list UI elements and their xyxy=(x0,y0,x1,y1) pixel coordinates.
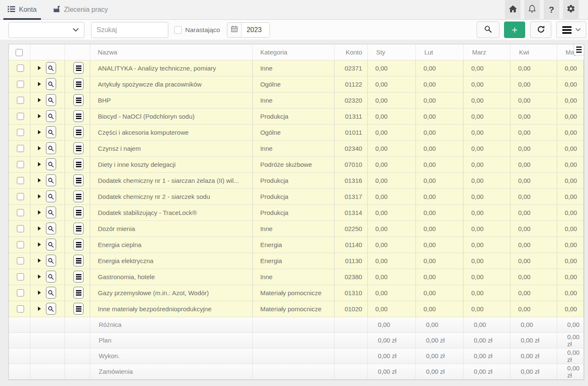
row-checkbox[interactable] xyxy=(17,81,24,88)
month-value-cell[interactable]: 0,00 xyxy=(510,220,557,236)
account-name-cell[interactable]: Energia elektryczna xyxy=(90,253,252,269)
column-header-marz[interactable]: Marz xyxy=(464,44,510,60)
month-value-cell[interactable]: 0,00 xyxy=(557,60,583,76)
row-menu-button[interactable] xyxy=(73,110,84,122)
month-value-cell[interactable]: 0,00 xyxy=(367,124,415,140)
column-header-lut[interactable]: Lut xyxy=(415,44,463,60)
month-value-cell[interactable]: 0,00 xyxy=(510,253,557,269)
month-value-cell[interactable]: 0,00 xyxy=(464,172,510,188)
expand-caret-icon[interactable] xyxy=(38,210,41,215)
row-menu-button[interactable] xyxy=(73,142,84,154)
filter-select[interactable] xyxy=(8,22,84,38)
row-zoom-button[interactable] xyxy=(46,158,56,170)
month-value-cell[interactable]: 0,00 xyxy=(367,140,415,156)
column-header-konto[interactable]: Konto xyxy=(334,44,367,60)
expand-caret-icon[interactable] xyxy=(38,242,41,247)
row-menu-button[interactable] xyxy=(73,78,84,90)
month-value-cell[interactable]: 0,00 xyxy=(415,220,463,236)
expand-caret-icon[interactable] xyxy=(38,146,41,150)
month-value-cell[interactable]: 0,00 xyxy=(510,269,557,285)
month-value-cell[interactable]: 0,00 xyxy=(464,188,510,204)
row-checkbox[interactable] xyxy=(17,225,24,232)
row-checkbox[interactable] xyxy=(17,177,24,184)
month-value-cell[interactable]: 0,00 xyxy=(464,269,510,285)
column-settings-button[interactable] xyxy=(574,44,584,55)
row-menu-button[interactable] xyxy=(73,303,84,315)
month-value-cell[interactable]: 0,00 xyxy=(464,92,510,108)
row-menu-button[interactable] xyxy=(73,287,84,299)
year-input[interactable] xyxy=(242,23,270,37)
account-name-cell[interactable]: Artykuły spożywcze dla pracowników xyxy=(90,76,252,92)
month-value-cell[interactable]: 0,00 xyxy=(510,140,557,156)
row-zoom-button[interactable] xyxy=(46,239,56,250)
column-header-kwi[interactable]: Kwi xyxy=(510,44,557,60)
account-name-cell[interactable]: Gastronomia, hotele xyxy=(90,269,252,285)
row-menu-button[interactable] xyxy=(73,271,84,283)
row-zoom-button[interactable] xyxy=(46,190,56,202)
cumulative-checkbox[interactable] xyxy=(174,26,182,34)
expand-caret-icon[interactable] xyxy=(38,178,41,182)
account-name-cell[interactable]: Dodatek stabilizujący - TraceLock® xyxy=(90,204,252,220)
row-zoom-button[interactable] xyxy=(46,223,56,234)
row-menu-button[interactable] xyxy=(73,94,84,106)
month-value-cell[interactable]: 0,00 xyxy=(510,172,557,188)
month-value-cell[interactable]: 0,00 xyxy=(557,140,583,156)
menu-button[interactable] xyxy=(556,22,586,38)
month-value-cell[interactable]: 0,00 xyxy=(367,220,415,236)
expand-caret-icon[interactable] xyxy=(38,226,41,231)
account-name-cell[interactable]: Czynsz i najem xyxy=(90,140,252,156)
row-zoom-button[interactable] xyxy=(46,303,56,315)
row-checkbox[interactable] xyxy=(17,257,24,264)
month-value-cell[interactable]: 0,00 xyxy=(557,204,583,220)
row-checkbox[interactable] xyxy=(17,305,24,313)
row-zoom-button[interactable] xyxy=(46,142,56,154)
row-checkbox[interactable] xyxy=(17,209,24,216)
month-value-cell[interactable]: 0,00 xyxy=(557,172,583,188)
month-value-cell[interactable]: 0,00 xyxy=(557,92,583,108)
account-name-cell[interactable]: Dodatek chemiczny nr 1 - siarczan żelaza… xyxy=(90,172,252,188)
month-value-cell[interactable]: 0,00 xyxy=(557,253,583,269)
row-zoom-button[interactable] xyxy=(46,287,56,299)
row-zoom-button[interactable] xyxy=(46,174,56,186)
month-value-cell[interactable]: 0,00 xyxy=(367,60,415,76)
month-value-cell[interactable]: 0,00 xyxy=(415,124,463,140)
help-button[interactable]: ? xyxy=(544,0,559,19)
month-value-cell[interactable]: 0,00 xyxy=(464,253,510,269)
month-value-cell[interactable]: 0,00 xyxy=(415,172,463,188)
expand-caret-icon[interactable] xyxy=(38,275,41,279)
row-zoom-button[interactable] xyxy=(46,78,56,90)
month-value-cell[interactable]: 0,00 xyxy=(557,124,583,140)
column-header-nazwa[interactable]: Nazwa xyxy=(90,44,252,60)
month-value-cell[interactable]: 0,00 xyxy=(464,236,510,253)
month-value-cell[interactable]: 0,00 xyxy=(367,156,415,172)
account-name-cell[interactable]: Dozór mienia xyxy=(90,220,252,236)
account-name-cell[interactable]: ANALITYKA - Analizy techniczne, pomiary xyxy=(90,60,252,76)
row-checkbox[interactable] xyxy=(17,97,24,104)
month-value-cell[interactable]: 0,00 xyxy=(510,156,557,172)
month-value-cell[interactable]: 0,00 xyxy=(367,253,415,269)
month-value-cell[interactable]: 0,00 xyxy=(464,108,510,124)
row-checkbox[interactable] xyxy=(17,289,24,296)
row-zoom-button[interactable] xyxy=(46,207,56,218)
expand-caret-icon[interactable] xyxy=(38,194,41,198)
month-value-cell[interactable]: 0,00 xyxy=(510,188,557,204)
month-value-cell[interactable]: 0,00 xyxy=(510,236,557,253)
row-menu-button[interactable] xyxy=(73,239,84,250)
month-value-cell[interactable]: 0,00 xyxy=(367,108,415,124)
month-value-cell[interactable]: 0,00 xyxy=(510,124,557,140)
row-checkbox[interactable] xyxy=(17,193,24,200)
row-zoom-button[interactable] xyxy=(46,62,56,74)
row-menu-button[interactable] xyxy=(73,62,84,74)
month-value-cell[interactable]: 0,00 xyxy=(464,140,510,156)
month-value-cell[interactable]: 0,00 xyxy=(510,60,557,76)
month-value-cell[interactable]: 0,00 xyxy=(415,253,463,269)
row-zoom-button[interactable] xyxy=(46,255,56,266)
month-value-cell[interactable]: 0,00 xyxy=(367,285,415,301)
month-value-cell[interactable]: 0,00 xyxy=(367,92,415,108)
month-value-cell[interactable]: 0,00 xyxy=(367,301,415,317)
month-value-cell[interactable]: 0,00 xyxy=(464,204,510,220)
row-checkbox[interactable] xyxy=(17,241,24,248)
expand-caret-icon[interactable] xyxy=(38,82,41,86)
add-button[interactable]: + xyxy=(504,22,525,38)
row-menu-button[interactable] xyxy=(73,126,84,138)
